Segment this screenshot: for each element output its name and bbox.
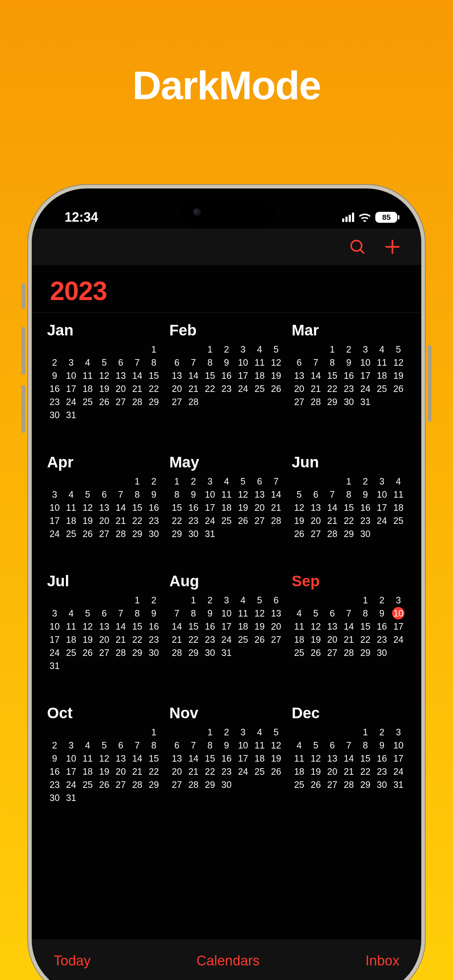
day-cell[interactable]: 2 bbox=[46, 356, 63, 368]
day-cell[interactable]: 25 bbox=[63, 647, 79, 659]
day-cell[interactable]: 8 bbox=[169, 488, 185, 500]
day-cell[interactable]: 22 bbox=[185, 634, 202, 645]
day-cell[interactable]: 31 bbox=[46, 660, 63, 671]
day-cell[interactable]: 25 bbox=[251, 383, 268, 395]
day-cell[interactable]: 19 bbox=[80, 634, 96, 645]
month-apr[interactable]: Apr1234567891011121314151617181920212223… bbox=[46, 453, 162, 539]
day-cell[interactable]: 31 bbox=[63, 409, 79, 421]
day-cell[interactable]: 9 bbox=[341, 356, 357, 368]
day-cell[interactable]: 1 bbox=[169, 476, 185, 487]
day-cell[interactable]: 26 bbox=[291, 528, 308, 539]
calendars-button[interactable]: Calendars bbox=[196, 953, 260, 969]
day-cell[interactable]: 6 bbox=[324, 608, 340, 619]
day-cell[interactable]: 16 bbox=[46, 383, 63, 395]
day-cell[interactable]: 5 bbox=[251, 594, 268, 606]
day-cell[interactable]: 9 bbox=[145, 488, 162, 500]
day-cell[interactable]: 1 bbox=[145, 344, 162, 355]
day-cell[interactable]: 7 bbox=[341, 740, 357, 751]
day-cell[interactable]: 6 bbox=[169, 740, 185, 751]
day-cell[interactable]: 13 bbox=[169, 370, 185, 381]
day-cell[interactable]: 30 bbox=[357, 528, 373, 539]
day-cell[interactable]: 20 bbox=[324, 634, 340, 645]
day-cell[interactable]: 12 bbox=[308, 752, 324, 764]
day-cell[interactable]: 5 bbox=[96, 356, 112, 368]
inbox-button[interactable]: Inbox bbox=[365, 953, 399, 969]
day-cell[interactable]: 21 bbox=[308, 383, 324, 395]
day-cell[interactable]: 30 bbox=[218, 779, 234, 791]
day-cell[interactable]: 8 bbox=[129, 488, 145, 500]
day-cell[interactable]: 10 bbox=[63, 370, 79, 381]
day-cell[interactable]: 15 bbox=[185, 620, 202, 632]
day-cell[interactable]: 22 bbox=[145, 383, 162, 395]
day-cell[interactable]: 4 bbox=[80, 356, 96, 368]
day-cell[interactable]: 9 bbox=[46, 752, 63, 764]
month-jan[interactable]: Jan1234567891011121314151617181920212223… bbox=[46, 321, 162, 421]
day-cell[interactable]: 25 bbox=[218, 515, 234, 527]
month-nov[interactable]: Nov1234567891011121314151617181920212223… bbox=[169, 705, 284, 803]
day-cell[interactable]: 23 bbox=[357, 515, 373, 527]
day-cell[interactable]: 26 bbox=[80, 647, 96, 659]
day-cell[interactable]: 21 bbox=[129, 383, 145, 395]
day-cell[interactable]: 15 bbox=[129, 502, 145, 513]
day-cell[interactable]: 18 bbox=[63, 634, 79, 645]
day-cell[interactable]: 11 bbox=[235, 608, 251, 619]
day-cell[interactable]: 31 bbox=[202, 528, 218, 539]
day-cell[interactable]: 10 bbox=[390, 740, 407, 751]
search-icon[interactable] bbox=[349, 239, 366, 255]
day-cell[interactable]: 9 bbox=[185, 488, 202, 500]
day-cell[interactable]: 25 bbox=[80, 396, 96, 407]
day-cell[interactable]: 16 bbox=[357, 502, 373, 513]
day-cell[interactable]: 2 bbox=[145, 476, 162, 487]
day-cell[interactable]: 15 bbox=[341, 502, 357, 513]
day-cell[interactable]: 20 bbox=[112, 765, 129, 777]
month-dec[interactable]: Dec1234567891011121314151617181920212223… bbox=[291, 705, 407, 803]
day-cell[interactable]: 19 bbox=[96, 765, 112, 777]
year-view[interactable]: Jan1234567891011121314151617181920212223… bbox=[32, 313, 421, 940]
day-cell[interactable]: 6 bbox=[324, 740, 340, 751]
day-cell[interactable]: 1 bbox=[202, 726, 218, 738]
day-cell[interactable]: 10 bbox=[218, 608, 234, 619]
day-cell[interactable]: 8 bbox=[145, 740, 162, 751]
day-cell[interactable]: 3 bbox=[218, 594, 234, 606]
day-cell[interactable]: 4 bbox=[251, 344, 268, 355]
day-cell[interactable]: 14 bbox=[341, 620, 357, 632]
day-cell[interactable]: 23 bbox=[341, 383, 357, 395]
day-cell[interactable]: 3 bbox=[63, 356, 79, 368]
day-cell[interactable]: 21 bbox=[185, 383, 202, 395]
day-cell[interactable]: 28 bbox=[129, 779, 145, 791]
day-cell[interactable]: 26 bbox=[308, 779, 324, 791]
day-cell[interactable]: 6 bbox=[112, 356, 129, 368]
day-cell[interactable]: 24 bbox=[373, 515, 390, 527]
day-cell[interactable]: 10 bbox=[357, 356, 373, 368]
day-cell[interactable]: 3 bbox=[373, 476, 390, 487]
day-cell[interactable]: 21 bbox=[324, 515, 340, 527]
day-cell[interactable]: 5 bbox=[390, 344, 407, 355]
day-cell[interactable]: 2 bbox=[218, 344, 234, 355]
day-cell[interactable]: 31 bbox=[357, 396, 373, 407]
day-cell[interactable]: 11 bbox=[390, 488, 407, 500]
day-cell[interactable]: 24 bbox=[235, 383, 251, 395]
day-cell[interactable]: 1 bbox=[129, 476, 145, 487]
day-cell[interactable]: 13 bbox=[96, 620, 112, 632]
day-cell[interactable]: 21 bbox=[112, 515, 129, 527]
day-cell[interactable]: 2 bbox=[373, 726, 390, 738]
today-button[interactable]: Today bbox=[54, 953, 91, 969]
day-cell[interactable]: 19 bbox=[308, 634, 324, 645]
day-cell[interactable]: 30 bbox=[145, 647, 162, 659]
day-cell[interactable]: 4 bbox=[80, 740, 96, 751]
day-cell[interactable]: 18 bbox=[373, 370, 390, 381]
day-cell[interactable]: 9 bbox=[46, 370, 63, 381]
day-cell[interactable]: 20 bbox=[169, 765, 185, 777]
day-cell[interactable]: 7 bbox=[308, 356, 324, 368]
day-cell[interactable]: 29 bbox=[357, 647, 373, 659]
month-mar[interactable]: Mar1234567891011121314151617181920212223… bbox=[291, 321, 407, 421]
day-cell[interactable]: 8 bbox=[145, 356, 162, 368]
day-cell[interactable]: 16 bbox=[373, 752, 390, 764]
day-cell[interactable]: 7 bbox=[129, 356, 145, 368]
day-cell[interactable]: 11 bbox=[251, 356, 268, 368]
day-cell[interactable]: 4 bbox=[218, 476, 234, 487]
day-cell[interactable]: 9 bbox=[218, 740, 234, 751]
day-cell[interactable]: 25 bbox=[373, 383, 390, 395]
day-cell[interactable]: 12 bbox=[80, 620, 96, 632]
day-cell[interactable]: 20 bbox=[112, 383, 129, 395]
